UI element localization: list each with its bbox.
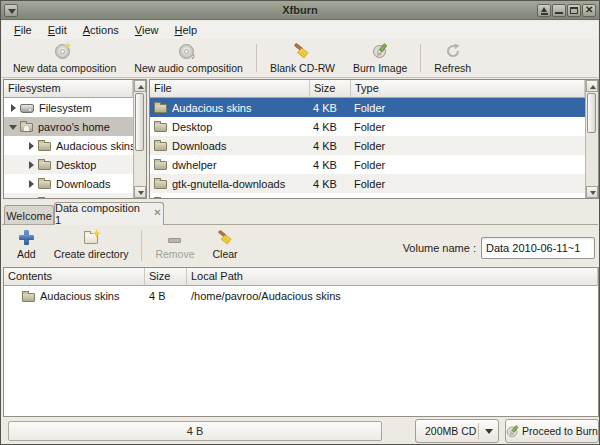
file-list-scrollbar[interactable]	[585, 80, 598, 198]
folder-icon	[154, 142, 167, 151]
new-audio-composition-button[interactable]: New audio composition	[125, 39, 252, 77]
clear-button[interactable]: Clear	[204, 225, 247, 266]
file-size: 4 KB	[309, 178, 350, 190]
contents-size: 4 B	[145, 290, 187, 302]
file-row-downloads[interactable]: Downloads 4 KB Folder	[150, 136, 585, 155]
tab-welcome[interactable]: Welcome	[4, 205, 54, 225]
tree-row-pavroos-home[interactable]: pavroo's home	[4, 117, 133, 136]
file-row-desktop[interactable]: Desktop 4 KB Folder	[150, 117, 585, 136]
tree-row-label: Filesystem	[39, 102, 92, 114]
expander-icon[interactable]	[26, 140, 38, 152]
remove-button: Remove	[146, 225, 203, 266]
tree-row-label: Desktop	[56, 159, 96, 171]
column-header-file[interactable]: File	[150, 80, 310, 98]
contents-row-audacious-skins[interactable]: Audacious skins 4 B /home/pavroo/Audacio…	[4, 286, 598, 306]
scroll-up-icon[interactable]	[586, 80, 598, 92]
maximize-button[interactable]	[567, 4, 581, 17]
scroll-down-icon[interactable]	[134, 186, 146, 198]
file-name: Music	[172, 197, 201, 199]
proceed-to-burn-button[interactable]: Proceed to Burn	[505, 419, 599, 443]
minimize-button[interactable]	[552, 4, 566, 17]
titlebar[interactable]: Xfburn	[1, 1, 599, 20]
file-type: Folder	[350, 197, 585, 199]
column-header-local-path[interactable]: Local Path	[187, 268, 598, 286]
data-cd-icon	[55, 44, 70, 59]
toolbar-separator	[256, 44, 257, 72]
filesystem-panel: Filesystem Filesystem pavroo's home Auda…	[3, 79, 147, 199]
contents-name: Audacious skins	[40, 290, 120, 302]
disc-usage-bar: 4 B	[8, 421, 382, 441]
file-type: Folder	[350, 102, 585, 114]
file-size: 4 KB	[309, 140, 350, 152]
menu-view[interactable]: View	[127, 22, 167, 38]
refresh-button[interactable]: Refresh	[425, 39, 480, 77]
volume-name-label: Volume name :	[403, 242, 476, 254]
main-toolbar: New data composition New audio compositi…	[2, 39, 598, 78]
tree-row-label: Audacious skins	[56, 140, 133, 152]
file-name: dwhelper	[172, 159, 217, 171]
minimize-icon	[555, 12, 563, 14]
tab-data-composition[interactable]: Data composition 1	[54, 202, 164, 225]
scrollbar-thumb[interactable]	[135, 93, 144, 151]
volume-name-input[interactable]	[481, 237, 595, 259]
shade-button[interactable]	[537, 4, 551, 17]
file-row-dwhelper[interactable]: dwhelper 4 KB Folder	[150, 155, 585, 174]
expander-icon[interactable]	[26, 178, 38, 190]
burn-image-button[interactable]: Burn Image	[344, 39, 416, 77]
menu-actions[interactable]: Actions	[75, 22, 127, 38]
tree-scrollbar[interactable]	[133, 80, 146, 198]
column-header-size[interactable]: Size	[145, 268, 187, 286]
create-directory-button[interactable]: Create directory	[45, 225, 138, 266]
toolbar-separator	[141, 230, 142, 261]
file-name: Desktop	[172, 121, 212, 133]
disc-capacity-combo[interactable]: 200MB CD	[415, 419, 499, 443]
disc-usage-value: 4 B	[187, 425, 204, 437]
expander-icon[interactable]	[26, 159, 38, 171]
column-header-size[interactable]: Size	[310, 80, 351, 98]
tree-row-filesystem[interactable]: Filesystem	[4, 98, 133, 117]
folder-icon	[154, 180, 167, 189]
burn-disc-icon	[372, 43, 388, 59]
file-row-audacious-skins[interactable]: Audacious skins 4 KB Folder	[150, 98, 585, 117]
toolbar-button-label: Blank CD-RW	[270, 62, 335, 74]
contents-local-path: /home/pavroo/Audacious skins	[187, 290, 598, 302]
create-directory-label: Create directory	[54, 248, 129, 260]
blank-cdrw-button[interactable]: Blank CD-RW	[261, 39, 344, 77]
file-type: Folder	[350, 140, 585, 152]
status-bar: 4 B 200MB CD Proceed to Burn	[2, 417, 598, 445]
expander-icon[interactable]	[8, 102, 20, 114]
remove-label: Remove	[155, 248, 194, 260]
tree-row-dwhelper[interactable]: dwhelper	[4, 193, 133, 198]
column-header-contents[interactable]: Contents	[4, 268, 145, 286]
scroll-down-icon[interactable]	[586, 186, 598, 198]
tab-label: Welcome	[6, 210, 52, 222]
filesystem-column-header[interactable]: Filesystem	[4, 80, 133, 98]
file-row-gtk-gnutella-downloads[interactable]: gtk-gnutella-downloads 4 KB Folder	[150, 174, 585, 193]
expander-icon[interactable]	[8, 121, 20, 133]
toolbar-separator	[420, 44, 421, 72]
close-button[interactable]	[582, 4, 596, 17]
tree-row-audacious-skins[interactable]: Audacious skins	[4, 136, 133, 155]
add-button[interactable]: Add	[8, 225, 45, 266]
column-header-type[interactable]: Type	[351, 80, 585, 98]
file-name: gtk-gnutella-downloads	[172, 178, 285, 190]
menu-help[interactable]: Help	[166, 22, 205, 38]
file-size: 4 KB	[309, 197, 350, 199]
folder-icon	[154, 123, 167, 132]
tree-row-desktop[interactable]: Desktop	[4, 155, 133, 174]
scroll-up-icon[interactable]	[134, 80, 146, 92]
burn-disc-icon	[506, 425, 519, 438]
combo-dropdown-zone[interactable]	[479, 429, 498, 434]
menu-edit[interactable]: Edit	[40, 22, 75, 38]
file-row-music[interactable]: Music 4 KB Folder	[150, 193, 585, 198]
tree-row-downloads[interactable]: Downloads	[4, 174, 133, 193]
tab-close-icon[interactable]	[153, 209, 163, 219]
expander-icon[interactable]	[26, 197, 38, 199]
folder-icon	[38, 142, 51, 151]
new-data-composition-button[interactable]: New data composition	[4, 39, 125, 77]
contents-panel: Contents Size Local Path Audacious skins…	[3, 267, 599, 417]
remove-minus-icon	[168, 238, 181, 243]
file-size: 4 KB	[309, 121, 350, 133]
scrollbar-thumb[interactable]	[587, 93, 596, 133]
menu-file[interactable]: File	[6, 22, 40, 38]
